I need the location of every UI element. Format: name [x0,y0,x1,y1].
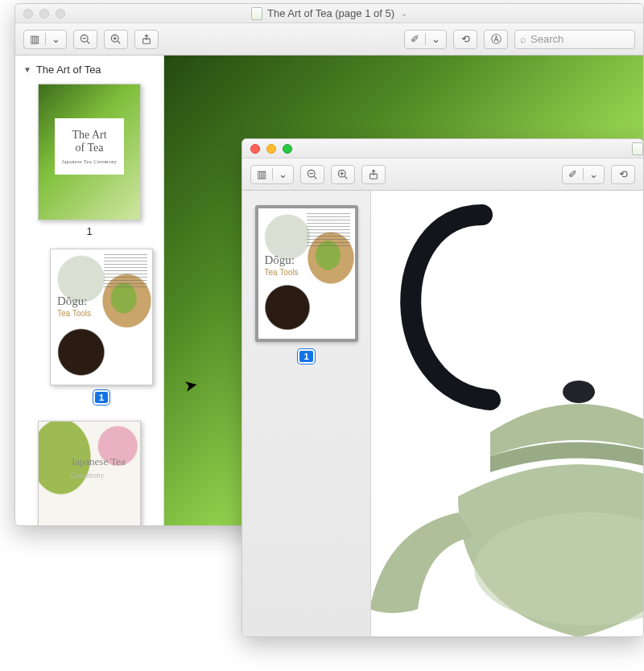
search-placeholder: Search [530,33,564,45]
rotate-button[interactable]: ⟲ [611,165,635,184]
svg-line-4 [118,41,120,43]
cover-line2: of Tea [76,142,104,154]
window-title[interactable]: The Art of Tea (page 1 of 5) ⌄ [15,4,643,23]
highlighter-icon: ✐ [405,33,425,45]
thumbnails-sidebar[interactable]: ▼ The Art of Tea The Art of Tea Japanese… [15,56,164,525]
rotate-icon: ⟲ [461,33,470,45]
content-area: Dôgu: Tea Tools 1 [242,191,643,636]
drag-count-badge: 1 [93,390,109,405]
toolbar: ▥ ⌄ ✐ [15,23,643,56]
titlebar[interactable]: The Art of Tea (page 1 of 5) ⌄ [15,4,643,23]
markup-button[interactable]: Ⓐ [484,30,508,49]
window-title[interactable] [242,139,643,158]
zoom-out-button[interactable] [300,165,324,184]
chevron-down-icon: ⌄ [583,168,604,180]
page-thumbnail-1[interactable]: The Art of Tea Japanese Tea Ceremony [38,84,141,220]
page-thumbnail-1-selected[interactable]: Dôgu: Tea Tools [255,205,358,342]
share-button[interactable] [361,165,386,184]
document-icon [251,7,262,20]
foreground-preview-window: ▥ ⌄ ✐ [242,138,644,637]
highlighter-icon: ✐ [563,168,583,180]
zoom-out-icon [80,34,91,45]
sidebar-icon: ▥ [24,33,45,45]
zoom-in-icon [337,169,349,180]
share-icon [368,169,379,180]
thumb-title: Dôgu: [265,253,295,267]
zoom-out-icon [307,169,318,180]
thumb-textblock [104,254,147,290]
zoom-in-button[interactable] [331,165,355,184]
sidebar-doc-header[interactable]: ▼ The Art of Tea [23,64,157,76]
thumb-textblock [307,213,350,249]
disclosure-triangle-icon[interactable]: ▼ [23,65,31,74]
search-field[interactable]: ⌕ Search [514,30,635,49]
sidebar-toggle-button[interactable]: ▥ ⌄ [250,165,294,184]
document-canvas[interactable] [371,191,643,636]
page-thumbnail-dragged[interactable]: Dôgu: Tea Tools [50,249,153,385]
thumb-subtitle: Tea Tools [57,309,91,318]
chevron-down-icon: ⌄ [272,168,293,180]
share-icon [141,34,152,45]
svg-line-13 [345,176,347,179]
toolbar: ▥ ⌄ ✐ [242,158,643,191]
title-text: The Art of Tea (page 1 of 5) [267,7,394,19]
sidebar-doc-title: The Art of Tea [36,64,101,76]
chevron-down-icon: ⌄ [45,33,66,45]
thumb-title: Dôgu: [57,294,88,308]
sidebar-icon: ▥ [251,168,272,180]
page-number-label: 1 [86,225,92,237]
highlight-button[interactable]: ✐ ⌄ [562,165,605,184]
cover-caption: Japanese Tea Ceremony [62,159,117,164]
svg-line-10 [314,176,316,179]
svg-point-18 [563,381,595,403]
cover-plaque: The Art of Tea Japanese Tea Ceremony [55,118,124,175]
zoom-out-button[interactable] [73,30,97,49]
thumbnail-list: The Art of Tea Japanese Tea Ceremony 1 D… [22,84,157,525]
titlebar[interactable] [242,139,643,158]
rotate-icon: ⟲ [619,168,628,180]
page-thumbnail-3[interactable]: Japanese Tea Ceremony [38,421,141,525]
share-button[interactable] [134,30,159,49]
teapot-image [371,191,643,636]
cover-line1: The Art [72,129,106,142]
page-badge: 1 [298,349,314,364]
document-icon [632,142,643,155]
annotate-icon: Ⓐ [491,32,502,47]
sidebar-toggle-button[interactable]: ▥ ⌄ [23,30,67,49]
svg-line-1 [87,41,89,43]
zoom-in-button[interactable] [104,30,128,49]
chevron-down-icon: ⌄ [425,33,446,45]
rotate-button[interactable]: ⟲ [453,30,477,49]
zoom-in-icon [110,34,122,45]
thumb-title: Japanese Tea Ceremony [71,455,126,481]
thumb-subtitle: Tea Tools [265,268,299,277]
chevron-down-icon: ⌄ [401,9,407,18]
thumbnails-sidebar[interactable]: Dôgu: Tea Tools 1 [242,191,371,636]
highlight-button[interactable]: ✐ ⌄ [404,30,447,49]
search-icon: ⌕ [520,33,526,45]
